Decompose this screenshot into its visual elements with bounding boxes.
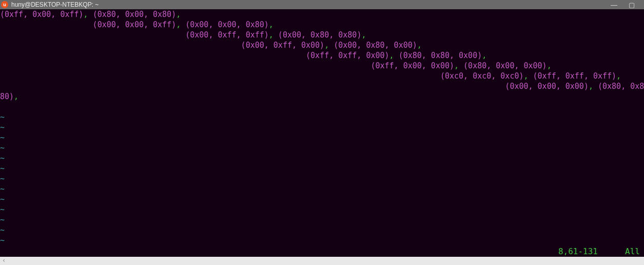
- code-line: (0xc0, 0xc0, 0xc0), (0xff, 0xff, 0xff),: [0, 71, 644, 81]
- code-token: ,: [454, 61, 463, 70]
- code-token: (0x80, 0x80, 0x: [598, 82, 644, 91]
- code-token: (0x00, 0x00, 0x80): [185, 20, 269, 29]
- code-token: ,: [176, 10, 181, 19]
- window-controls: — ▢ ✕: [611, 1, 644, 9]
- code-token: (0x80, 0x00, 0x80): [93, 10, 177, 19]
- code-token: ,: [547, 61, 552, 70]
- vim-status-line: 8,61-131 All: [0, 247, 644, 257]
- code-token: ,: [523, 71, 533, 81]
- code-token: ,: [417, 41, 422, 50]
- vim-empty-line: ~: [0, 132, 644, 143]
- code-token: (0xc0, 0xc0, 0xc0): [0, 71, 523, 81]
- code-line: (0xff, 0xff, 0x00), (0x80, 0x80, 0x00),: [0, 50, 644, 61]
- vim-empty-line: ~: [0, 174, 644, 184]
- code-token: ,: [269, 30, 278, 40]
- code-line: (0x00, 0xff, 0x00), (0x00, 0x80, 0x00),: [0, 40, 644, 50]
- code-token: ,: [389, 51, 399, 60]
- code-token: (0x00, 0xff, 0xff): [0, 30, 269, 40]
- code-line: (0xff, 0x00, 0xff), (0x80, 0x00, 0x80),: [0, 9, 644, 20]
- code-token: ,: [269, 20, 274, 29]
- code-line: (0xff, 0x00, 0x00), (0x80, 0x00, 0x00),: [0, 61, 644, 71]
- cursor-position: 8,61-131: [558, 247, 598, 256]
- vim-empty-line: ~: [0, 194, 644, 204]
- code-token: ,: [176, 20, 185, 29]
- maximize-button[interactable]: ▢: [629, 1, 635, 9]
- terminal-body[interactable]: (0xff, 0x00, 0xff), (0x80, 0x00, 0x80), …: [0, 9, 644, 257]
- code-token: ,: [14, 92, 18, 101]
- ubuntu-icon: u: [1, 1, 8, 8]
- vim-empty-line: ~: [0, 215, 644, 225]
- vim-empty-line: ~: [0, 153, 644, 163]
- code-token: ,: [482, 51, 486, 60]
- code-token: (0xff, 0xff, 0x00): [0, 51, 389, 60]
- vim-empty-line: ~: [0, 112, 644, 122]
- vim-empty-line: ~: [0, 143, 644, 153]
- code-token: (0x80, 0x00, 0x00): [463, 61, 547, 70]
- vim-empty-line: ~: [0, 122, 644, 132]
- code-token: (0x00, 0x00, 0xff): [0, 20, 176, 29]
- scroll-left-icon[interactable]: ‹: [2, 257, 6, 264]
- code-token: (0x00, 0x80, 0x00): [334, 41, 417, 50]
- code-token: ,: [616, 71, 621, 81]
- code-line: (0x00, 0x00, 0x00), (0x80, 0x80, 0x: [0, 81, 644, 91]
- minimize-button[interactable]: —: [611, 1, 617, 9]
- code-token: (0xff, 0x00, 0xff): [0, 10, 84, 19]
- code-line: (0x00, 0x00, 0xff), (0x00, 0x00, 0x80),: [0, 20, 644, 30]
- code-token: (0xff, 0xff, 0xff): [533, 71, 617, 81]
- scroll-scope: All: [625, 247, 640, 256]
- vim-empty-line: ~: [0, 163, 644, 174]
- horizontal-scrollbar[interactable]: ‹: [0, 257, 644, 265]
- code-line: (0x00, 0xff, 0xff), (0x00, 0x80, 0x80),: [0, 30, 644, 40]
- code-token: 80): [0, 92, 14, 101]
- vim-empty-line: ~: [0, 235, 644, 245]
- code-token: (0x80, 0x80, 0x00): [399, 51, 482, 60]
- terminal-window: u huny@DESKTOP-NTEBKQP: ~ — ▢ ✕ (0xff, 0…: [0, 0, 644, 257]
- code-token: ,: [361, 30, 366, 40]
- blank-line: [0, 102, 644, 112]
- code-token: (0x00, 0x00, 0x00): [0, 82, 589, 91]
- code-token: (0xff, 0x00, 0x00): [0, 61, 454, 70]
- titlebar[interactable]: u huny@DESKTOP-NTEBKQP: ~ — ▢ ✕: [0, 0, 644, 9]
- code-line: 80),: [0, 91, 644, 102]
- code-token: ,: [589, 82, 598, 91]
- code-token: ,: [84, 10, 93, 19]
- code-token: (0x00, 0xff, 0x00): [0, 41, 324, 50]
- code-token: (0x00, 0x80, 0x80): [278, 30, 362, 40]
- window-title: huny@DESKTOP-NTEBKQP: ~: [11, 1, 99, 8]
- vim-empty-line: ~: [0, 225, 644, 235]
- vim-empty-line: ~: [0, 184, 644, 194]
- vim-empty-line: ~: [0, 204, 644, 215]
- code-token: ,: [324, 41, 334, 50]
